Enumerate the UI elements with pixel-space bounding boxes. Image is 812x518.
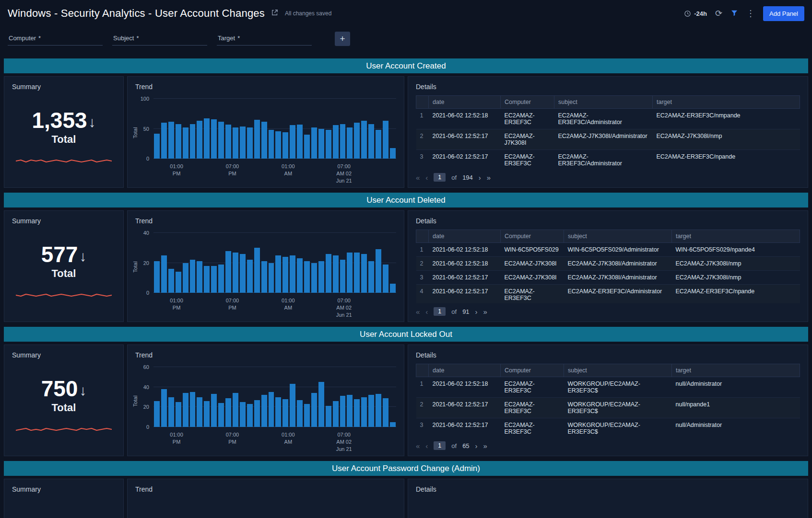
trend-bar[interactable] [176,124,181,159]
column-header[interactable]: Computer [501,364,564,377]
trend-bar[interactable] [161,389,167,427]
column-header[interactable]: Computer [501,230,564,243]
trend-bar[interactable] [168,122,174,159]
trend-bar[interactable] [361,254,367,293]
trend-bar[interactable] [154,401,160,427]
trend-bar[interactable] [318,261,324,293]
next-page-button[interactable]: › [479,173,481,182]
trend-bar[interactable] [333,255,339,293]
trend-bar[interactable] [204,266,210,293]
trend-bar[interactable] [290,125,295,159]
trend-bar[interactable] [218,403,224,427]
trend-bar[interactable] [347,395,353,427]
trend-bar[interactable] [176,402,181,427]
trend-bar[interactable] [254,120,260,159]
trend-bar[interactable] [383,398,388,427]
trend-bar[interactable] [275,397,281,427]
trend-bar[interactable] [225,251,231,293]
trend-bar[interactable] [211,394,217,427]
trend-bar[interactable] [247,404,253,427]
trend-bar[interactable] [261,395,267,427]
trend-bar[interactable] [254,400,260,427]
next-page-button[interactable]: › [475,442,478,450]
table-row[interactable]: 32021-06-02 12:52:17EC2AMAZ-J7K308IEC2AM… [416,271,800,285]
trend-bar[interactable] [383,121,388,159]
current-page[interactable]: 1 [434,173,446,182]
first-page-button[interactable]: « [416,442,420,450]
last-page-button[interactable]: » [483,442,487,450]
trend-bar[interactable] [390,422,396,427]
trend-bar[interactable] [376,249,381,293]
trend-bar[interactable] [233,253,238,293]
trend-bar[interactable] [190,260,196,293]
trend-bar[interactable] [333,125,339,159]
trend-bar[interactable] [304,404,310,427]
trend-bar[interactable] [354,253,360,293]
prev-page-button[interactable]: ‹ [425,308,428,316]
trend-bar[interactable] [383,265,388,293]
first-page-button[interactable]: « [416,173,420,182]
trend-bar[interactable] [240,402,246,427]
trend-bar[interactable] [197,261,202,293]
trend-bar[interactable] [297,258,303,293]
column-header[interactable]: target [672,364,800,377]
trend-bar[interactable] [304,261,310,293]
more-menu-icon[interactable]: ⋮ [746,9,755,18]
trend-bar[interactable] [247,127,253,159]
filter-input-target[interactable]: Target * [217,33,312,46]
trend-bar[interactable] [376,394,381,427]
trend-bar[interactable] [183,127,188,159]
table-row[interactable]: 12021-06-02 12:52:18EC2AMAZ-ER3EF3CEC2AM… [416,109,800,129]
trend-bar[interactable] [240,127,246,159]
last-page-button[interactable]: » [483,308,487,316]
trend-bar[interactable] [282,257,288,293]
trend-bar[interactable] [261,261,267,293]
trend-bar[interactable] [361,397,367,427]
trend-bar[interactable] [233,393,238,427]
trend-bar[interactable] [290,255,295,293]
trend-bar[interactable] [247,260,253,293]
column-header[interactable] [416,364,429,377]
trend-bar[interactable] [190,124,196,159]
trend-bar[interactable] [282,132,288,159]
table-row[interactable]: 22021-06-02 12:52:17EC2AMAZ-J7K308IEC2AM… [416,129,800,150]
trend-bar[interactable] [161,255,167,293]
trend-bar[interactable] [354,399,360,427]
trend-bar[interactable] [354,123,360,159]
trend-bar[interactable] [240,254,246,293]
trend-bar[interactable] [390,148,396,159]
trend-bar[interactable] [326,254,331,293]
trend-bar[interactable] [269,130,274,159]
column-header[interactable] [416,96,429,109]
trend-bar[interactable] [218,265,224,293]
trend-bar[interactable] [340,396,346,427]
trend-bar[interactable] [225,398,231,427]
trend-bar[interactable] [190,392,196,427]
trend-bar[interactable] [168,269,174,293]
trend-bar[interactable] [347,253,353,293]
column-header[interactable]: target [653,96,800,109]
trend-bar[interactable] [218,122,224,159]
trend-bar[interactable] [204,118,210,159]
first-page-button[interactable]: « [416,308,420,316]
prev-page-button[interactable]: ‹ [425,173,428,182]
column-header[interactable]: target [672,230,800,243]
trend-bar[interactable] [183,393,188,427]
refresh-icon[interactable]: ⟳ [715,9,722,18]
trend-bar[interactable] [154,261,160,293]
table-row[interactable]: 32021-06-02 12:52:17EC2AMAZ-ER3EF3CWORKG… [416,418,800,438]
trend-bar[interactable] [275,131,281,159]
trend-bar[interactable] [197,121,202,159]
trend-bar[interactable] [161,123,167,159]
filter-input-subject[interactable]: Subject * [112,33,207,46]
trend-bar[interactable] [318,129,324,159]
trend-bar[interactable] [361,121,367,159]
trend-bar[interactable] [290,384,295,427]
current-page[interactable]: 1 [434,307,446,316]
trend-bar[interactable] [390,284,396,293]
trend-bar[interactable] [297,400,303,427]
column-header[interactable]: date [429,230,501,243]
trend-bar[interactable] [333,401,339,427]
column-header[interactable]: date [429,364,501,377]
current-page[interactable]: 1 [434,441,446,450]
